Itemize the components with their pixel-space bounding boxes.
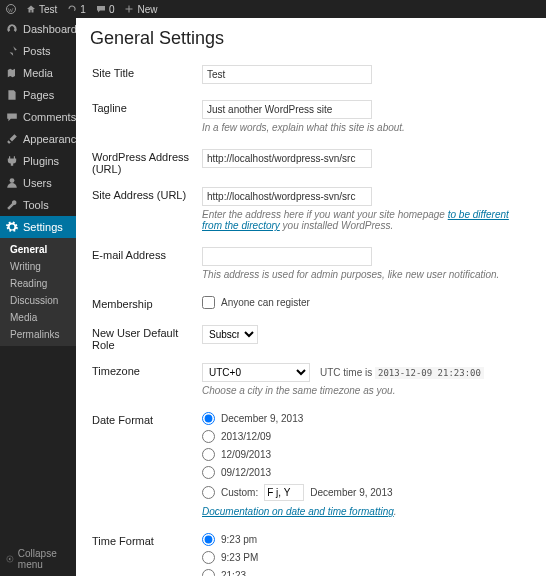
site-title-label: Site Title bbox=[92, 61, 200, 94]
membership-text: Anyone can register bbox=[221, 297, 310, 308]
timezone-desc: Choose a city in the same timezone as yo… bbox=[202, 385, 530, 396]
menu-label: Comments bbox=[23, 111, 76, 123]
comment-icon bbox=[6, 111, 18, 123]
menu-label: Plugins bbox=[23, 155, 59, 167]
tagline-label: Tagline bbox=[92, 96, 200, 143]
plus-icon bbox=[124, 4, 134, 14]
menu-label: Posts bbox=[23, 45, 51, 57]
menu-label: Pages bbox=[23, 89, 54, 101]
menu-posts[interactable]: Posts bbox=[0, 40, 76, 62]
home-icon bbox=[26, 4, 36, 14]
time-format-opt: 9:23 pm bbox=[221, 534, 257, 545]
time-format-radio-1[interactable] bbox=[202, 551, 215, 564]
wp-url-input[interactable] bbox=[202, 149, 372, 168]
time-format-label: Time Format bbox=[92, 529, 200, 576]
submenu-media[interactable]: Media bbox=[0, 309, 76, 326]
menu-label: Tools bbox=[23, 199, 49, 211]
plugin-icon bbox=[6, 155, 18, 167]
email-desc: This address is used for admin purposes,… bbox=[202, 269, 530, 280]
menu-users[interactable]: Users bbox=[0, 172, 76, 194]
email-input[interactable] bbox=[202, 247, 372, 266]
date-format-preview: December 9, 2013 bbox=[310, 487, 392, 498]
email-label: E-mail Address bbox=[92, 243, 200, 290]
wordpress-icon bbox=[6, 4, 16, 14]
menu-dashboard[interactable]: Dashboard bbox=[0, 18, 76, 40]
date-format-radio-2[interactable] bbox=[202, 448, 215, 461]
gear-icon bbox=[6, 221, 18, 233]
timezone-label: Timezone bbox=[92, 359, 200, 406]
collapse-icon bbox=[6, 554, 14, 564]
admin-toolbar: Test 1 0 New bbox=[0, 0, 546, 18]
site-name: Test bbox=[39, 4, 57, 15]
menu-label: Settings bbox=[23, 221, 63, 233]
new-link[interactable]: New bbox=[124, 4, 157, 15]
collapse-menu[interactable]: Collapse menu bbox=[0, 542, 76, 576]
custom-label: Custom: bbox=[221, 487, 258, 498]
settings-submenu: General Writing Reading Discussion Media… bbox=[0, 238, 76, 346]
date-format-radio-3[interactable] bbox=[202, 466, 215, 479]
submenu-general[interactable]: General bbox=[0, 241, 76, 258]
date-format-opt: 2013/12/09 bbox=[221, 431, 271, 442]
svg-point-0 bbox=[7, 5, 16, 14]
default-role-label: New User Default Role bbox=[92, 321, 200, 357]
submenu-writing[interactable]: Writing bbox=[0, 258, 76, 275]
site-title-input[interactable] bbox=[202, 65, 372, 84]
comments-link[interactable]: 0 bbox=[96, 4, 115, 15]
wp-logo[interactable] bbox=[6, 4, 16, 14]
date-format-label: Date Format bbox=[92, 408, 200, 527]
site-url-desc: Enter the address here if you want your … bbox=[202, 209, 530, 231]
collapse-label: Collapse menu bbox=[18, 548, 70, 570]
time-format-opt: 9:23 PM bbox=[221, 552, 258, 563]
timezone-select[interactable]: UTC+0 bbox=[202, 363, 310, 382]
date-format-opt: December 9, 2013 bbox=[221, 413, 303, 424]
menu-pages[interactable]: Pages bbox=[0, 84, 76, 106]
pin-icon bbox=[6, 45, 18, 57]
submenu-permalinks[interactable]: Permalinks bbox=[0, 326, 76, 343]
menu-label: Appearance bbox=[23, 133, 82, 145]
date-format-custom-input[interactable] bbox=[264, 484, 304, 501]
utc-time: UTC time is 2013-12-09 21:23:00 bbox=[320, 367, 484, 378]
menu-settings[interactable]: Settings bbox=[0, 216, 76, 238]
time-format-radio-2[interactable] bbox=[202, 569, 215, 576]
wp-url-label: WordPress Address (URL) bbox=[92, 145, 200, 181]
time-format-opt: 21:23 bbox=[221, 570, 246, 576]
submenu-reading[interactable]: Reading bbox=[0, 275, 76, 292]
main-content: General Settings Site Title Tagline In a… bbox=[76, 18, 546, 576]
brush-icon bbox=[6, 133, 18, 145]
time-format-radio-0[interactable] bbox=[202, 533, 215, 546]
date-format-radio-0[interactable] bbox=[202, 412, 215, 425]
menu-label: Users bbox=[23, 177, 52, 189]
menu-plugins[interactable]: Plugins bbox=[0, 150, 76, 172]
update-count: 1 bbox=[80, 4, 86, 15]
default-role-select[interactable]: Subscriber bbox=[202, 325, 258, 344]
menu-media[interactable]: Media bbox=[0, 62, 76, 84]
svg-point-1 bbox=[10, 178, 15, 183]
site-url-input[interactable] bbox=[202, 187, 372, 206]
tagline-input[interactable] bbox=[202, 100, 372, 119]
page-icon bbox=[6, 89, 18, 101]
user-icon bbox=[6, 177, 18, 189]
membership-label: Membership bbox=[92, 292, 200, 319]
menu-label: Dashboard bbox=[23, 23, 77, 35]
date-format-radio-1[interactable] bbox=[202, 430, 215, 443]
page-title: General Settings bbox=[90, 28, 532, 49]
membership-checkbox[interactable] bbox=[202, 296, 215, 309]
submenu-discussion[interactable]: Discussion bbox=[0, 292, 76, 309]
menu-comments[interactable]: Comments bbox=[0, 106, 76, 128]
updates-link[interactable]: 1 bbox=[67, 4, 86, 15]
date-format-doc-link[interactable]: Documentation on date and time formattin… bbox=[202, 506, 394, 517]
comment-icon bbox=[96, 4, 106, 14]
date-format-opt: 12/09/2013 bbox=[221, 449, 271, 460]
tagline-desc: In a few words, explain what this site i… bbox=[202, 122, 530, 133]
site-link[interactable]: Test bbox=[26, 4, 57, 15]
date-format-radio-custom[interactable] bbox=[202, 486, 215, 499]
date-format-opt: 09/12/2013 bbox=[221, 467, 271, 478]
dashboard-icon bbox=[6, 23, 18, 35]
admin-sidebar: Dashboard Posts Media Pages Comments App… bbox=[0, 18, 76, 576]
menu-tools[interactable]: Tools bbox=[0, 194, 76, 216]
menu-appearance[interactable]: Appearance bbox=[0, 128, 76, 150]
menu-label: Media bbox=[23, 67, 53, 79]
comment-count: 0 bbox=[109, 4, 115, 15]
update-icon bbox=[67, 4, 77, 14]
site-url-label: Site Address (URL) bbox=[92, 183, 200, 241]
